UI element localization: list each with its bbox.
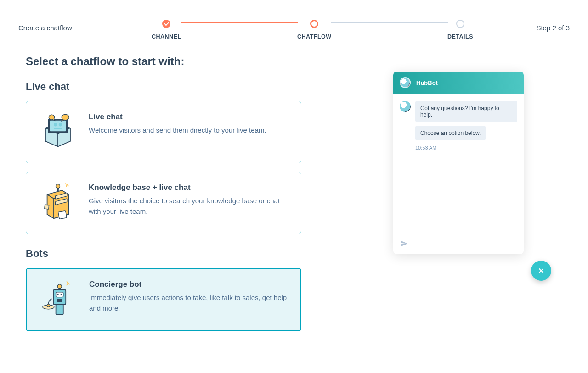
card-title: Knowledge base + live chat [89,183,290,192]
chat-timestamp: 10:53 AM [415,145,517,150]
laptop-chat-icon [37,111,79,153]
chat-input-area[interactable] [393,234,524,254]
concierge-bot-icon [38,279,79,320]
bot-name: HubBot [416,79,438,86]
svg-point-10 [56,184,60,189]
file-cabinet-icon [37,182,79,223]
svg-point-18 [57,284,62,289]
chat-preview-area: HubBot Got any questions? I'm happy to h… [329,55,562,340]
send-icon[interactable] [401,240,408,249]
step-details[interactable]: DETAILS [447,20,473,40]
step-dot-active [310,20,318,28]
bot-avatar-icon [400,101,411,112]
svg-rect-11 [57,188,59,191]
step-chatflow[interactable]: CHATFLOW [297,20,332,40]
step-channel[interactable]: CHANNEL [152,20,181,40]
card-live-chat[interactable]: Live chat Welcome visitors and send them… [26,101,301,163]
bot-avatar-icon [400,77,411,88]
page-heading: Select a chatflow to start with: [26,55,301,68]
card-title: Live chat [89,112,290,122]
chat-message: Got any questions? I'm happy to help. [415,101,517,122]
card-desc: Welcome visitors and send them directly … [89,125,290,136]
chat-body: Got any questions? I'm happy to help. Ch… [393,94,524,234]
svg-rect-12 [45,205,49,209]
svg-rect-14 [56,292,63,297]
svg-point-5 [59,123,62,126]
svg-rect-17 [57,299,62,302]
step-line [181,22,298,23]
step-line [331,22,448,23]
close-chat-button[interactable] [531,261,551,281]
wizard-header: Create a chatflow CHANNEL CHATFLOW DETAI… [0,0,588,55]
svg-rect-19 [59,288,61,290]
chat-header: HubBot [393,72,524,94]
svg-point-4 [54,123,57,126]
step-counter: Step 2 of 3 [505,24,570,32]
svg-rect-6 [54,128,62,129]
template-list: Select a chatflow to start with: Live ch… [26,55,301,340]
svg-point-15 [57,294,59,295]
step-label: CHANNEL [152,33,181,40]
step-label: DETAILS [447,33,473,40]
card-desc: Immediately give users actions to take, … [89,293,289,313]
stepper: CHANNEL CHATFLOW DETAILS [119,15,505,40]
section-live-chat: Live chat [26,81,301,93]
card-title: Concierge bot [89,280,289,289]
card-concierge-bot[interactable]: Concierge bot Immediately give users act… [26,268,301,331]
section-bots: Bots [26,248,301,260]
wizard-title: Create a chatflow [18,24,119,32]
svg-rect-1 [50,121,66,131]
chat-preview-window: HubBot Got any questions? I'm happy to h… [393,72,524,254]
step-label: CHATFLOW [297,33,332,40]
svg-rect-21 [56,305,63,315]
svg-point-16 [61,294,62,295]
card-kb-live-chat[interactable]: Knowledge base + live chat Give visitors… [26,172,301,234]
chat-message: Choose an option below. [415,126,486,140]
step-dot [456,20,464,28]
step-dot-done [162,20,170,28]
card-desc: Give visitors the choice to search your … [89,196,290,217]
svg-rect-9 [58,211,67,219]
